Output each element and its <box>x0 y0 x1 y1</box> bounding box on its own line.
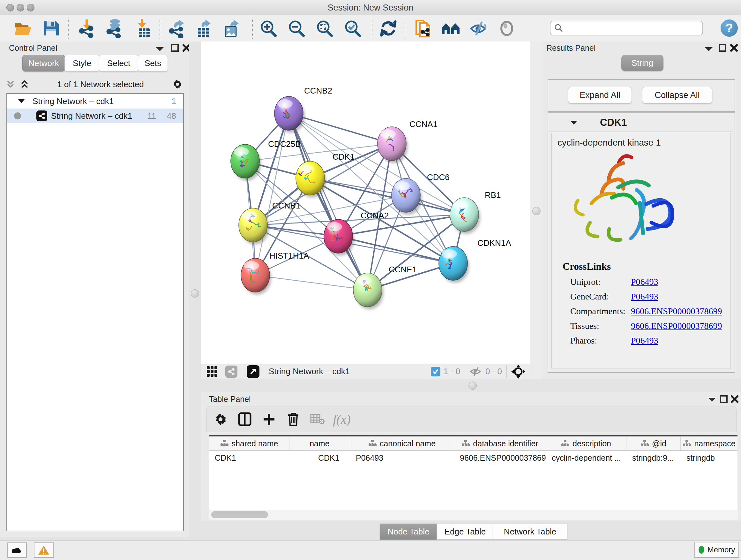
tab-select[interactable]: Select <box>99 55 138 71</box>
close-panel-icon[interactable] <box>731 395 738 403</box>
crosslink-link[interactable]: 9606.ENSP00000378699 <box>631 306 722 316</box>
network-view-toolbar: String Network – cdk1 1 - 0 0 - 0 <box>201 364 530 379</box>
network-options-gear-icon[interactable] <box>172 78 183 90</box>
crosslink-link[interactable]: P06493 <box>631 277 658 287</box>
expand-all-icon[interactable] <box>20 80 29 89</box>
vertical-splitter-left[interactable] <box>189 42 201 537</box>
search-box[interactable] <box>550 21 703 36</box>
float-panel-icon[interactable] <box>719 44 726 52</box>
network-row[interactable]: String Network – cdk1 11 48 <box>7 109 183 123</box>
zoom-selected-icon[interactable] <box>343 18 363 39</box>
table-row[interactable]: CDK1 CDK1 P06493 9606.ENSP00000378699 cy… <box>209 451 738 464</box>
gene-expander-icon[interactable] <box>570 120 578 125</box>
crosslink-link[interactable]: 9606.ENSP00000378699 <box>631 321 722 331</box>
gene-section-header[interactable]: CDK1 <box>549 114 733 132</box>
export-network-icon[interactable] <box>166 18 187 39</box>
network-node-HIST1H1A[interactable]: HIST1H1A <box>241 251 309 295</box>
zoom-out-icon[interactable] <box>286 18 307 39</box>
export-table-icon[interactable] <box>194 18 214 39</box>
delete-table-icon[interactable] <box>307 409 328 429</box>
column-header-database-identifier[interactable]: database identifier <box>454 436 546 450</box>
apply-function-icon[interactable]: f(x) <box>332 409 352 429</box>
network-canvas[interactable]: CCNB2CCNA1CDC25BCDK1CDC6RB1CCNB1CCNA2CDK… <box>201 42 530 364</box>
network-edge[interactable] <box>255 275 367 290</box>
horizontal-scrollbar[interactable] <box>209 510 738 520</box>
tab-sets[interactable]: Sets <box>138 55 168 71</box>
network-node-CDKN1A[interactable]: CDKN1A <box>439 238 511 283</box>
tree-expander-icon[interactable] <box>18 99 25 104</box>
horizontal-splitter[interactable] <box>201 379 741 392</box>
network-edge[interactable] <box>310 178 464 214</box>
crosslink-link[interactable]: P06493 <box>631 335 658 346</box>
float-panel-icon[interactable] <box>720 395 728 403</box>
clone-view-icon[interactable] <box>413 18 433 39</box>
zoom-fit-icon[interactable] <box>315 18 335 39</box>
column-header-id[interactable]: @id <box>626 436 681 450</box>
gene-details: cyclin-dependent kinase 1 <box>551 133 731 368</box>
refresh-icon[interactable] <box>378 18 399 39</box>
lens-eye-icon[interactable] <box>496 18 517 39</box>
help-button[interactable]: ? <box>721 19 738 37</box>
show-column-panel-icon[interactable] <box>234 409 255 429</box>
tab-style[interactable]: Style <box>64 55 99 71</box>
window-title: Session: New Session <box>0 3 741 13</box>
cloud-status-button[interactable] <box>7 543 27 558</box>
delete-column-icon[interactable] <box>283 409 304 429</box>
zoom-in-icon[interactable] <box>259 18 279 39</box>
network-edge[interactable] <box>338 236 453 263</box>
vertical-splitter-right[interactable] <box>530 42 543 379</box>
table-options-gear-icon[interactable] <box>210 409 231 429</box>
column-header-shared-name[interactable]: shared name <box>209 436 289 450</box>
import-network-file-icon[interactable] <box>77 18 97 39</box>
column-header-canonical-name[interactable]: canonical name <box>350 436 454 450</box>
panel-menu-icon[interactable] <box>704 47 713 52</box>
node-label: CCNE1 <box>389 265 417 274</box>
memory-label: Memory <box>708 545 735 554</box>
add-column-icon[interactable] <box>259 409 279 429</box>
search-input[interactable] <box>563 23 692 33</box>
save-session-icon[interactable] <box>41 18 61 39</box>
export-image-icon[interactable] <box>221 18 242 39</box>
import-table-file-icon[interactable] <box>132 18 153 39</box>
grid-view-icon[interactable] <box>206 366 218 378</box>
network-share-view-icon[interactable] <box>225 366 238 378</box>
tab-edge-table[interactable]: Edge Table <box>436 523 494 540</box>
float-panel-icon[interactable] <box>171 44 179 52</box>
hidden-eye-icon[interactable] <box>469 367 482 377</box>
splitter-handle[interactable] <box>191 289 199 298</box>
open-session-icon[interactable] <box>13 18 33 39</box>
tab-node-table[interactable]: Node Table <box>380 523 437 540</box>
network-node-CCNE1[interactable]: CCNE1 <box>353 265 417 309</box>
column-header-description[interactable]: description <box>546 436 626 450</box>
pan-crosshair-icon[interactable] <box>511 365 525 379</box>
hide-panels-eye-icon[interactable] <box>468 18 489 39</box>
birds-eye-toggle-icon[interactable] <box>247 365 259 378</box>
network-node-RB1[interactable]: RB1 <box>450 190 501 234</box>
tab-network[interactable]: Network <box>22 55 65 71</box>
column-header-name[interactable]: name <box>289 436 350 450</box>
network-node-CDC25B[interactable]: CDC25B <box>231 139 301 181</box>
warning-status-button[interactable] <box>34 543 54 558</box>
node-highlight <box>233 147 249 156</box>
tab-network-table[interactable]: Network Table <box>493 523 567 540</box>
import-network-database-icon[interactable] <box>104 18 125 39</box>
panel-menu-icon[interactable] <box>156 47 164 52</box>
network-collection-row[interactable]: String Network – cdk1 1 <box>7 94 183 109</box>
collapse-all-button[interactable]: Collapse All <box>642 87 712 104</box>
selected-checkbox-icon[interactable] <box>431 367 441 376</box>
splitter-handle[interactable] <box>532 207 541 215</box>
close-panel-icon[interactable] <box>730 44 738 52</box>
show-all-panels-icon[interactable] <box>441 18 461 39</box>
splitter-handle[interactable] <box>468 381 477 390</box>
memory-button[interactable]: Memory <box>694 542 739 558</box>
scrollbar-thumb[interactable] <box>211 511 268 518</box>
panel-menu-icon[interactable] <box>708 397 716 402</box>
expand-all-button[interactable]: Expand All <box>568 87 632 104</box>
tab-string[interactable]: String <box>621 55 664 71</box>
crosslink-link[interactable]: P06493 <box>631 292 658 302</box>
table-toolbar: f(x) <box>206 406 737 432</box>
collapse-all-icon[interactable] <box>6 80 15 89</box>
network-node-CCNA1[interactable]: CCNA1 <box>378 119 437 163</box>
column-header-namespace[interactable]: namespace <box>681 436 738 450</box>
network-node-CCNB2[interactable]: CCNB2 <box>274 86 332 133</box>
